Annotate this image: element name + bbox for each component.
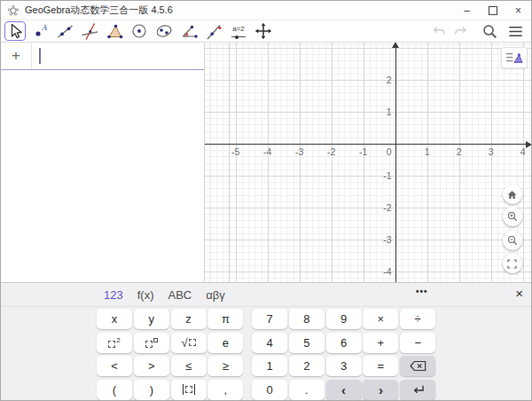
key->[interactable]: > <box>134 356 169 376</box>
key-=[interactable]: = <box>363 356 398 376</box>
y-tick-label: -4 <box>383 266 391 277</box>
window-title: GeoGebra动态数学三合一版 4.5.6 <box>25 4 173 17</box>
tool-circle-with-center-button[interactable] <box>129 21 150 41</box>
x-tick-label: 0 <box>387 146 392 157</box>
keyboard-more-button[interactable]: ••• <box>416 287 428 296</box>
key-backspace[interactable] <box>400 356 435 376</box>
key-8[interactable]: 8 <box>289 309 325 329</box>
menu-icon[interactable] <box>506 22 524 40</box>
circle-with-center-icon <box>130 22 148 40</box>
slider-icon: a=2 <box>231 26 246 37</box>
tool-angle-button[interactable] <box>178 21 200 41</box>
fullscreen-icon <box>506 258 518 270</box>
tool-conic-through-points-button[interactable] <box>153 21 175 41</box>
zoom-in-button[interactable] <box>503 207 522 226</box>
y-axis-arrow-icon <box>392 43 399 48</box>
angle-icon <box>180 22 198 40</box>
key-abs[interactable] <box>171 380 207 400</box>
key-<[interactable]: < <box>97 356 132 376</box>
key-sqrt[interactable]: √ <box>171 333 207 353</box>
zoom-out-icon <box>506 234 519 247</box>
x-tick-label: 2 <box>457 146 462 157</box>
undo-button[interactable] <box>430 22 448 40</box>
key-cursor-left[interactable]: ‹ <box>326 380 362 400</box>
key-4[interactable]: 4 <box>252 333 287 353</box>
keyboard-tab-fx[interactable]: f(x) <box>137 288 154 302</box>
tool-move-graphics-view-button[interactable] <box>253 21 274 41</box>
key-enter[interactable] <box>400 380 435 400</box>
y-axis <box>395 45 396 282</box>
key-x[interactable]: x <box>97 309 132 329</box>
point-with-label-icon: A <box>31 22 49 40</box>
key-1[interactable]: 1 <box>252 356 287 376</box>
x-axis-arrow-icon <box>526 141 531 148</box>
add-expression-button[interactable]: + <box>1 43 32 69</box>
close-button[interactable]: × <box>505 1 531 20</box>
key-3[interactable]: 3 <box>326 356 362 376</box>
search-icon[interactable] <box>481 22 498 40</box>
key-.[interactable]: . <box>289 380 325 400</box>
graphics-stylebar-button[interactable] <box>501 47 528 68</box>
graphics-view[interactable]: -5-4-3-2-10123421-1-2-3-4 <box>205 43 531 282</box>
key-power[interactable] <box>134 333 169 353</box>
key-÷[interactable]: ÷ <box>400 309 435 329</box>
titlebar: GeoGebra动态数学三合一版 4.5.6 – × <box>1 1 531 20</box>
key-+[interactable]: + <box>363 333 398 353</box>
redo-button[interactable] <box>451 22 469 40</box>
tool-perpendicular-line-button[interactable] <box>79 21 100 41</box>
maximize-button[interactable] <box>480 1 505 20</box>
key-0[interactable]: 0 <box>252 380 287 400</box>
y-tick-label: 2 <box>387 75 392 85</box>
key-≥[interactable]: ≥ <box>207 356 243 376</box>
y-tick-label: -3 <box>383 234 391 245</box>
key-6[interactable]: 6 <box>326 333 362 353</box>
x-tick-label: 3 <box>489 146 494 157</box>
x-tick-label: 4 <box>520 146 526 157</box>
key-×[interactable]: × <box>363 309 398 329</box>
tool-line-through-two-points-button[interactable] <box>54 21 75 41</box>
algebra-panel: + <box>1 43 205 282</box>
key-y[interactable]: y <box>134 309 169 329</box>
tool-slider-button[interactable]: a=2 <box>228 21 249 41</box>
keyboard-tab-123[interactable]: 123 <box>104 288 123 302</box>
key-−[interactable]: − <box>400 333 435 353</box>
algebra-input[interactable] <box>32 43 204 69</box>
key-9[interactable]: 9 <box>326 309 362 329</box>
x-tick-label: 1 <box>425 146 430 157</box>
key-7[interactable]: 7 <box>252 309 287 329</box>
svg-text:A: A <box>42 23 48 32</box>
zoom-out-button[interactable] <box>503 231 522 250</box>
key-)[interactable]: ) <box>134 380 169 400</box>
key-5[interactable]: 5 <box>289 333 325 353</box>
keyboard-close-button[interactable]: × <box>515 286 523 301</box>
tool-polygon-button[interactable] <box>104 21 125 41</box>
key-cursor-right[interactable]: › <box>363 380 398 400</box>
text-caret <box>39 48 41 64</box>
key-e[interactable]: e <box>207 333 243 353</box>
tool-point-with-label-button[interactable]: A <box>29 21 51 41</box>
x-tick-label: -4 <box>263 146 271 157</box>
tool-move-button[interactable] <box>4 21 26 41</box>
keyboard-tab-abc[interactable]: ABC <box>168 288 192 302</box>
key-≤[interactable]: ≤ <box>171 356 207 376</box>
y-tick-label: 1 <box>387 106 392 117</box>
key-square[interactable]: 2 <box>97 333 132 353</box>
perpendicular-line-icon <box>81 22 98 40</box>
keyboard-tab-[interactable]: αβγ <box>206 288 225 302</box>
key-([interactable]: ( <box>97 380 132 400</box>
minimize-button[interactable]: – <box>454 1 480 20</box>
line-through-two-points-icon <box>56 22 74 40</box>
key-z[interactable]: z <box>171 309 207 329</box>
geogebra-window: GeoGebra动态数学三合一版 4.5.6 – × Aa=2 <box>0 0 532 401</box>
algebra-input-row: + <box>1 43 204 70</box>
maximize-icon <box>489 6 497 15</box>
x-tick-label: -5 <box>231 146 239 157</box>
home-button[interactable] <box>503 185 522 204</box>
tool-line-with-point-button[interactable] <box>203 21 224 41</box>
key-π[interactable]: π <box>207 309 243 329</box>
key-2[interactable]: 2 <box>289 356 325 376</box>
x-tick-label: -3 <box>295 146 303 157</box>
key-,[interactable]: , <box>207 380 243 400</box>
tool-buttons: Aa=2 <box>4 21 274 41</box>
fullscreen-button[interactable] <box>503 254 522 273</box>
